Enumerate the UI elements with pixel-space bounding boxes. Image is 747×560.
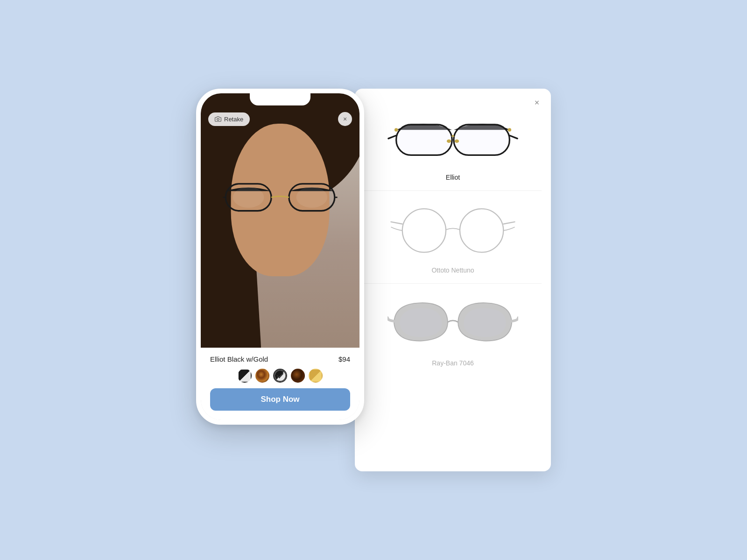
phone-mockup: Retake × Elliot Black w/Gold $94 <box>196 89 364 425</box>
list-item-ottoto[interactable]: Ottoto Nettuno <box>364 191 542 284</box>
svg-line-11 <box>509 135 517 139</box>
product-name: Elliot Black w/Gold <box>210 355 268 363</box>
svg-point-17 <box>460 209 503 252</box>
phone-close-icon: × <box>343 115 347 123</box>
retake-button[interactable]: Retake <box>208 112 250 126</box>
camera-icon <box>215 116 221 122</box>
swatch-gold[interactable] <box>309 369 323 383</box>
list-item-elliot[interactable]: Elliot <box>364 98 542 191</box>
swatch-check-selected[interactable] <box>273 369 287 383</box>
shop-now-button[interactable]: Shop Now <box>210 388 350 411</box>
svg-rect-8 <box>396 125 452 155</box>
svg-rect-9 <box>454 125 509 155</box>
svg-point-6 <box>217 118 219 120</box>
product-info-panel: Elliot Black w/Gold $94 Shop Now <box>201 348 359 420</box>
swatch-tortoise[interactable] <box>255 369 269 383</box>
swatch-bw[interactable] <box>238 369 252 383</box>
rayban-glasses-image <box>388 293 518 354</box>
ottoto-glasses-image <box>388 200 518 261</box>
camera-controls: Retake × <box>201 112 359 126</box>
product-row: Elliot Black w/Gold $94 <box>210 355 350 363</box>
svg-point-15 <box>455 140 459 143</box>
ottoto-label: Ottoto Nettuno <box>431 266 474 274</box>
phone-inner: Retake × Elliot Black w/Gold $94 <box>201 93 359 420</box>
svg-point-7 <box>275 370 286 381</box>
glasses-selection-panel: × <box>355 89 551 471</box>
svg-point-13 <box>508 128 511 131</box>
camera-area: Retake × <box>201 93 359 348</box>
rayban-label: Ray-Ban 7046 <box>432 359 474 367</box>
phone-close-button[interactable]: × <box>338 112 352 126</box>
phone-notch <box>250 93 310 105</box>
svg-point-4 <box>233 187 264 208</box>
elliot-label: Elliot <box>446 174 460 181</box>
panel-close-button[interactable]: × <box>530 96 543 109</box>
list-item-rayban[interactable]: Ray-Ban 7046 <box>364 284 542 376</box>
retake-label: Retake <box>224 116 243 123</box>
swatch-dark-tort[interactable] <box>291 369 305 383</box>
color-swatches <box>210 369 350 383</box>
svg-point-5 <box>296 187 327 208</box>
face-background <box>201 93 359 348</box>
main-scene: Retake × Elliot Black w/Gold $94 <box>196 89 551 471</box>
svg-point-14 <box>447 140 451 143</box>
svg-line-19 <box>503 222 514 224</box>
glasses-on-face <box>223 180 338 218</box>
checkmark-icon <box>274 370 286 382</box>
svg-line-10 <box>388 135 396 139</box>
product-price: $94 <box>338 355 350 363</box>
elliot-glasses-image <box>388 107 518 168</box>
svg-line-18 <box>391 222 402 224</box>
svg-point-12 <box>395 128 398 131</box>
svg-point-16 <box>402 209 446 252</box>
